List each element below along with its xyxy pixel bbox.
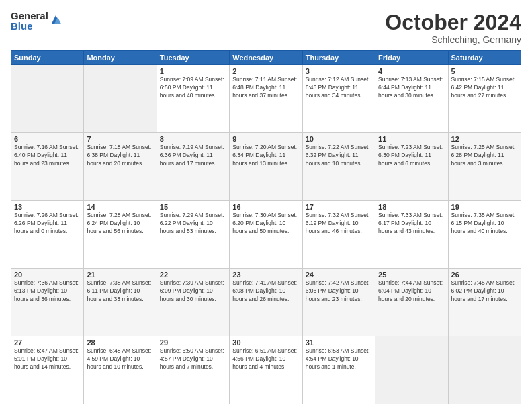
day-number: 22 bbox=[160, 271, 226, 279]
col-sunday: Sunday bbox=[11, 51, 84, 65]
table-row: 8Sunrise: 7:19 AM Sunset: 6:36 PM Daylig… bbox=[157, 133, 229, 201]
location: Schleching, Germany bbox=[385, 34, 521, 45]
table-row: 2Sunrise: 7:11 AM Sunset: 6:48 PM Daylig… bbox=[230, 65, 302, 133]
day-info: Sunrise: 7:41 AM Sunset: 6:08 PM Dayligh… bbox=[232, 279, 299, 304]
day-info: Sunrise: 7:12 AM Sunset: 6:46 PM Dayligh… bbox=[306, 76, 372, 100]
table-row: 24Sunrise: 7:42 AM Sunset: 6:06 PM Dayli… bbox=[302, 269, 375, 336]
table-row: 11Sunrise: 7:23 AM Sunset: 6:30 PM Dayli… bbox=[375, 133, 448, 201]
day-number: 17 bbox=[306, 203, 372, 211]
table-row bbox=[11, 65, 84, 133]
day-info: Sunrise: 6:50 AM Sunset: 4:57 PM Dayligh… bbox=[160, 347, 226, 371]
day-number: 20 bbox=[14, 271, 81, 279]
table-row: 20Sunrise: 7:36 AM Sunset: 6:13 PM Dayli… bbox=[11, 269, 84, 336]
logo: General Blue bbox=[11, 11, 62, 31]
day-info: Sunrise: 7:38 AM Sunset: 6:11 PM Dayligh… bbox=[87, 279, 153, 304]
day-info: Sunrise: 6:53 AM Sunset: 4:54 PM Dayligh… bbox=[306, 347, 372, 371]
day-info: Sunrise: 7:20 AM Sunset: 6:34 PM Dayligh… bbox=[232, 144, 299, 168]
table-row: 30Sunrise: 6:51 AM Sunset: 4:56 PM Dayli… bbox=[230, 336, 302, 404]
table-row: 3Sunrise: 7:12 AM Sunset: 6:46 PM Daylig… bbox=[302, 65, 375, 133]
day-number: 19 bbox=[451, 203, 518, 211]
table-row: 31Sunrise: 6:53 AM Sunset: 4:54 PM Dayli… bbox=[302, 336, 375, 404]
col-tuesday: Tuesday bbox=[157, 51, 229, 65]
table-row: 13Sunrise: 7:26 AM Sunset: 6:26 PM Dayli… bbox=[11, 201, 84, 269]
day-info: Sunrise: 7:39 AM Sunset: 6:09 PM Dayligh… bbox=[160, 279, 226, 304]
day-number: 28 bbox=[87, 338, 153, 347]
day-number: 29 bbox=[160, 338, 226, 347]
day-info: Sunrise: 7:32 AM Sunset: 6:19 PM Dayligh… bbox=[306, 212, 372, 236]
table-row bbox=[84, 65, 157, 133]
day-info: Sunrise: 7:44 AM Sunset: 6:04 PM Dayligh… bbox=[378, 279, 445, 304]
table-row: 1Sunrise: 7:09 AM Sunset: 6:50 PM Daylig… bbox=[157, 65, 229, 133]
table-row: 9Sunrise: 7:20 AM Sunset: 6:34 PM Daylig… bbox=[230, 133, 302, 201]
table-row: 4Sunrise: 7:13 AM Sunset: 6:44 PM Daylig… bbox=[375, 65, 448, 133]
day-info: Sunrise: 6:47 AM Sunset: 5:01 PM Dayligh… bbox=[14, 347, 81, 371]
table-row: 15Sunrise: 7:29 AM Sunset: 6:22 PM Dayli… bbox=[157, 201, 229, 269]
calendar-week-row: 1Sunrise: 7:09 AM Sunset: 6:50 PM Daylig… bbox=[11, 65, 521, 133]
day-info: Sunrise: 7:25 AM Sunset: 6:28 PM Dayligh… bbox=[451, 144, 518, 168]
day-number: 21 bbox=[87, 271, 153, 279]
day-number: 2 bbox=[232, 67, 299, 75]
day-info: Sunrise: 7:28 AM Sunset: 6:24 PM Dayligh… bbox=[87, 212, 153, 236]
table-row: 19Sunrise: 7:35 AM Sunset: 6:15 PM Dayli… bbox=[448, 201, 521, 269]
day-info: Sunrise: 7:22 AM Sunset: 6:32 PM Dayligh… bbox=[306, 144, 372, 168]
day-info: Sunrise: 6:51 AM Sunset: 4:56 PM Dayligh… bbox=[232, 347, 299, 371]
day-number: 23 bbox=[232, 271, 299, 279]
header: General Blue October 2024 Schleching, Ge… bbox=[11, 11, 521, 45]
day-number: 27 bbox=[14, 338, 81, 347]
day-number: 16 bbox=[232, 203, 299, 211]
day-number: 30 bbox=[232, 338, 299, 347]
calendar-header-row: Sunday Monday Tuesday Wednesday Thursday… bbox=[11, 51, 521, 65]
day-info: Sunrise: 7:33 AM Sunset: 6:17 PM Dayligh… bbox=[378, 212, 445, 236]
logo-text: General Blue bbox=[11, 11, 48, 31]
day-number: 24 bbox=[306, 271, 372, 279]
table-row: 7Sunrise: 7:18 AM Sunset: 6:38 PM Daylig… bbox=[84, 133, 157, 201]
col-saturday: Saturday bbox=[448, 51, 521, 65]
table-row: 6Sunrise: 7:16 AM Sunset: 6:40 PM Daylig… bbox=[11, 133, 84, 201]
col-wednesday: Wednesday bbox=[230, 51, 302, 65]
day-info: Sunrise: 7:18 AM Sunset: 6:38 PM Dayligh… bbox=[87, 144, 153, 168]
day-info: Sunrise: 7:16 AM Sunset: 6:40 PM Dayligh… bbox=[14, 144, 81, 168]
col-thursday: Thursday bbox=[302, 51, 375, 65]
calendar-week-row: 6Sunrise: 7:16 AM Sunset: 6:40 PM Daylig… bbox=[11, 133, 521, 201]
table-row bbox=[375, 336, 448, 404]
calendar-table: Sunday Monday Tuesday Wednesday Thursday… bbox=[11, 50, 521, 404]
day-number: 8 bbox=[160, 135, 226, 143]
table-row: 28Sunrise: 6:48 AM Sunset: 4:59 PM Dayli… bbox=[84, 336, 157, 404]
day-number: 3 bbox=[306, 67, 372, 75]
table-row: 17Sunrise: 7:32 AM Sunset: 6:19 PM Dayli… bbox=[302, 201, 375, 269]
logo-blue: Blue bbox=[11, 21, 48, 31]
day-number: 7 bbox=[87, 135, 153, 143]
day-info: Sunrise: 7:15 AM Sunset: 6:42 PM Dayligh… bbox=[451, 76, 518, 100]
table-row: 10Sunrise: 7:22 AM Sunset: 6:32 PM Dayli… bbox=[302, 133, 375, 201]
day-number: 11 bbox=[378, 135, 445, 143]
day-info: Sunrise: 7:13 AM Sunset: 6:44 PM Dayligh… bbox=[378, 76, 445, 100]
day-number: 25 bbox=[378, 271, 445, 279]
logo-icon bbox=[50, 13, 62, 26]
day-info: Sunrise: 7:29 AM Sunset: 6:22 PM Dayligh… bbox=[160, 212, 226, 236]
calendar-week-row: 27Sunrise: 6:47 AM Sunset: 5:01 PM Dayli… bbox=[11, 336, 521, 404]
table-row: 12Sunrise: 7:25 AM Sunset: 6:28 PM Dayli… bbox=[448, 133, 521, 201]
day-info: Sunrise: 7:09 AM Sunset: 6:50 PM Dayligh… bbox=[160, 76, 226, 100]
calendar-week-row: 13Sunrise: 7:26 AM Sunset: 6:26 PM Dayli… bbox=[11, 201, 521, 269]
day-number: 26 bbox=[451, 271, 518, 279]
table-row: 16Sunrise: 7:30 AM Sunset: 6:20 PM Dayli… bbox=[230, 201, 302, 269]
day-info: Sunrise: 7:23 AM Sunset: 6:30 PM Dayligh… bbox=[378, 144, 445, 168]
calendar-week-row: 20Sunrise: 7:36 AM Sunset: 6:13 PM Dayli… bbox=[11, 269, 521, 336]
table-row: 26Sunrise: 7:45 AM Sunset: 6:02 PM Dayli… bbox=[448, 269, 521, 336]
day-number: 13 bbox=[14, 203, 81, 211]
day-number: 12 bbox=[451, 135, 518, 143]
day-number: 31 bbox=[306, 338, 372, 347]
day-number: 4 bbox=[378, 67, 445, 75]
table-row: 22Sunrise: 7:39 AM Sunset: 6:09 PM Dayli… bbox=[157, 269, 229, 336]
day-number: 6 bbox=[14, 135, 81, 143]
day-number: 9 bbox=[232, 135, 299, 143]
table-row: 5Sunrise: 7:15 AM Sunset: 6:42 PM Daylig… bbox=[448, 65, 521, 133]
day-number: 18 bbox=[378, 203, 445, 211]
day-number: 1 bbox=[160, 67, 226, 75]
day-number: 14 bbox=[87, 203, 153, 211]
day-info: Sunrise: 6:48 AM Sunset: 4:59 PM Dayligh… bbox=[87, 347, 153, 371]
day-number: 15 bbox=[160, 203, 226, 211]
col-friday: Friday bbox=[375, 51, 448, 65]
day-info: Sunrise: 7:42 AM Sunset: 6:06 PM Dayligh… bbox=[306, 279, 372, 304]
table-row: 27Sunrise: 6:47 AM Sunset: 5:01 PM Dayli… bbox=[11, 336, 84, 404]
